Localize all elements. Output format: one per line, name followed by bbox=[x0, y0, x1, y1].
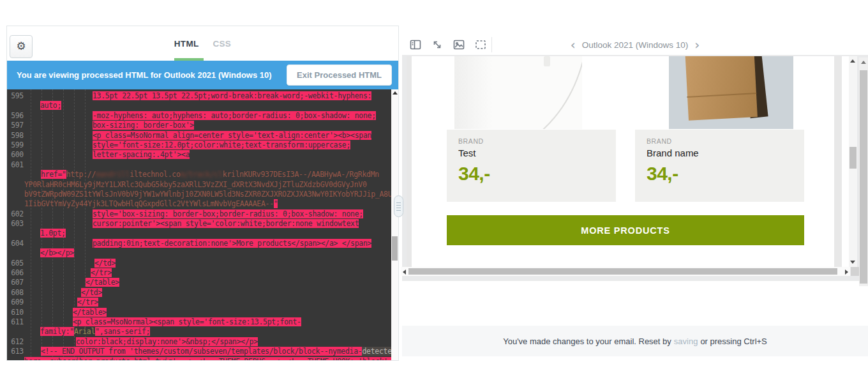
code-line: 597box-sizing: border-box'> bbox=[7, 121, 391, 130]
product-name: Test bbox=[458, 148, 476, 158]
preview-horizontal-scrollbar[interactable] bbox=[401, 267, 850, 276]
code-line: 607</table> bbox=[7, 278, 391, 287]
previous-client-icon[interactable]: ‹ bbox=[571, 39, 576, 50]
line-number: 600 bbox=[7, 150, 24, 160]
code-line: YP0RlaHR0cHM6Ly9jMzY1LXRlc3QubG5kby5zaXR… bbox=[7, 180, 391, 190]
email-preview-region: BRAND Test 34,- BRAND Brand name 34,- MO… bbox=[402, 55, 868, 281]
active-tab-indicator bbox=[174, 58, 204, 61]
code-line: 600letter-spacing:.4pt'><a bbox=[7, 150, 391, 160]
pane-resize-handle[interactable] bbox=[394, 195, 403, 217]
client-name[interactable]: Outlook 2021 (Windows 10) bbox=[582, 40, 689, 50]
email-viewport: BRAND Test 34,- BRAND Brand name 34,- MO… bbox=[407, 56, 857, 267]
next-client-icon[interactable]: › bbox=[694, 39, 700, 50]
code-line: 612color:black;display:none'>&nbsp;</spa… bbox=[7, 337, 391, 347]
code-line: hero--subscriber-products.html.twig' -->… bbox=[7, 357, 391, 360]
code-editor[interactable]: 59513.5pt 22.5pt 13.5pt 22.5pt;word-brea… bbox=[7, 89, 398, 360]
scroll-left-arrow-icon[interactable] bbox=[403, 269, 406, 275]
email-margin bbox=[834, 56, 842, 267]
line-number: 611 bbox=[7, 317, 24, 327]
processed-html-banner: You are viewing processed HTML for Outlo… bbox=[7, 61, 398, 89]
scroll-up-arrow-icon[interactable] bbox=[861, 61, 866, 64]
line-number: 605 bbox=[7, 259, 24, 268]
line-number: 599 bbox=[7, 140, 24, 150]
line-number: 612 bbox=[7, 337, 24, 347]
code-line: 608</td> bbox=[7, 288, 391, 298]
line-number: 597 bbox=[7, 121, 24, 130]
product-image-paper-bag bbox=[669, 56, 793, 129]
editor-tabs: HTML CSS bbox=[7, 26, 398, 61]
code-line: 599style='font-size:12.0pt;color:white;t… bbox=[7, 140, 391, 150]
code-line: auto; bbox=[7, 101, 391, 110]
product-name: Brand name bbox=[647, 148, 699, 158]
code-line: 605</td> bbox=[7, 259, 391, 268]
code-line: 613<!-- END OUTPUT from 'themes/custom/s… bbox=[7, 347, 391, 356]
line-number: 596 bbox=[7, 111, 24, 121]
code-line: bV9tZWRpdW09ZS1tYWlsJnV0bV9jYW1wYWlnbj10… bbox=[7, 190, 391, 199]
scroll-right-arrow-icon[interactable] bbox=[845, 269, 848, 275]
product-card: BRAND Test 34,- bbox=[447, 130, 616, 202]
client-navigator: ‹ Outlook 2021 (Windows 10) › bbox=[402, 32, 868, 57]
email-margin bbox=[407, 56, 412, 267]
exit-processed-html-button[interactable]: Exit Processed HTML bbox=[287, 64, 392, 86]
preview-toolbar: ‹ Outlook 2021 (Windows 10) › bbox=[402, 32, 868, 57]
code-area[interactable]: 59513.5pt 22.5pt 13.5pt 22.5pt;word-brea… bbox=[7, 89, 391, 360]
code-line: 606</tr> bbox=[7, 268, 391, 278]
pane-vertical-scrollbar[interactable] bbox=[859, 57, 868, 286]
line-number: 595 bbox=[7, 91, 24, 101]
line-number: 610 bbox=[7, 308, 24, 317]
email-scrollbar[interactable] bbox=[849, 56, 857, 267]
code-line: 602style='box-sizing: border-box;border-… bbox=[7, 209, 391, 219]
line-number: 603 bbox=[7, 219, 24, 229]
more-products-button: MORE PRODUCTS bbox=[447, 215, 804, 245]
line-number: 607 bbox=[7, 278, 24, 287]
line-number: 608 bbox=[7, 288, 24, 298]
code-line: 609</tr> bbox=[7, 298, 391, 307]
horizontal-scrollbar-thumb[interactable] bbox=[408, 268, 837, 275]
brand-label: BRAND bbox=[458, 137, 484, 145]
code-line: 1IibGVtYmVyZy44Yjk3LTQwbHlqQGxpdGllc2VtY… bbox=[7, 199, 391, 209]
product-card: BRAND Brand name 34,- bbox=[635, 130, 804, 202]
status-text: You've made changes to your email. Reset… bbox=[503, 337, 671, 346]
code-line: 611<p class=MsoNormal><span style='font-… bbox=[7, 317, 391, 327]
editor-scrollbar-thumb[interactable] bbox=[392, 236, 398, 261]
status-text: or pressing Ctrl+S bbox=[700, 337, 767, 346]
line-number: 606 bbox=[7, 268, 24, 278]
line-number: 598 bbox=[7, 131, 24, 140]
code-line: href="http://mandrilliltechnol.com/track… bbox=[7, 170, 391, 179]
line-number: 601 bbox=[7, 160, 24, 170]
line-number: 602 bbox=[7, 209, 24, 219]
code-line: 598<p class=MsoNormal align=center style… bbox=[7, 131, 391, 140]
scroll-up-arrow-icon[interactable] bbox=[393, 91, 398, 95]
code-line: </b></p> bbox=[7, 248, 391, 258]
brand-label: BRAND bbox=[647, 137, 672, 145]
code-line: 596-moz-hyphens: auto;hyphens: auto;bord… bbox=[7, 111, 391, 121]
code-line: 610</table> bbox=[7, 308, 391, 317]
pane-scrollbar-thumb[interactable] bbox=[860, 70, 867, 284]
scrollbar-corner bbox=[851, 267, 860, 276]
line-number: 609 bbox=[7, 298, 24, 307]
scroll-up-arrow-icon[interactable] bbox=[850, 59, 855, 63]
editor-topbar: ⚙ HTML CSS bbox=[7, 26, 398, 61]
product-price: 34,- bbox=[458, 163, 490, 185]
code-line: 601 bbox=[7, 160, 391, 170]
editor-scrollbar[interactable] bbox=[391, 89, 398, 360]
status-bar: You've made changes to your email. Reset… bbox=[402, 326, 868, 356]
code-line: 59513.5pt 22.5pt 13.5pt 22.5pt;word-brea… bbox=[7, 91, 391, 101]
code-line: 1.0pt; bbox=[7, 229, 391, 238]
product-price: 34,- bbox=[647, 163, 678, 185]
code-line: family:"Arial",sans-serif; bbox=[7, 327, 391, 337]
scroll-down-arrow-icon[interactable] bbox=[850, 261, 855, 264]
product-image-lamp bbox=[454, 56, 582, 129]
code-editor-pane: ⚙ HTML CSS You are viewing processed HTM… bbox=[6, 26, 399, 361]
tab-html[interactable]: HTML bbox=[174, 39, 199, 49]
saving-link[interactable]: saving bbox=[674, 337, 698, 346]
code-line: 603cursor:pointer'><span style='color:wh… bbox=[7, 219, 391, 229]
line-number: 604 bbox=[7, 239, 24, 248]
email-scrollbar-thumb[interactable] bbox=[849, 147, 857, 169]
banner-text: You are viewing processed HTML for Outlo… bbox=[17, 70, 272, 80]
line-number: 613 bbox=[7, 347, 24, 356]
tab-css[interactable]: CSS bbox=[213, 39, 232, 49]
code-line: 604padding:0in;text-decoration:none'>Mor… bbox=[7, 239, 391, 248]
